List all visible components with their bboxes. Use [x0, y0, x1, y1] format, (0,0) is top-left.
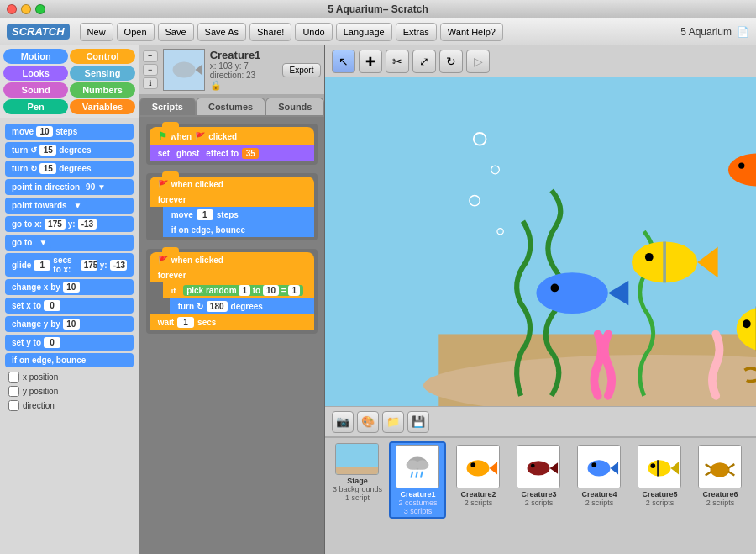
tab-sounds[interactable]: Sounds: [265, 98, 324, 115]
cat-looks[interactable]: Looks: [3, 66, 68, 81]
cat-motion[interactable]: Motion: [3, 49, 68, 64]
new-button[interactable]: New: [80, 23, 113, 41]
block-set-x[interactable]: set x to 0: [5, 298, 134, 314]
svg-point-13: [739, 162, 745, 168]
script-3: 🚩 when clicked forever if pick random 1 …: [146, 249, 318, 334]
add-tool[interactable]: ✚: [359, 50, 382, 73]
block-set-y[interactable]: set y to 0: [5, 335, 134, 351]
window-controls[interactable]: [7, 4, 45, 14]
language-button[interactable]: Language: [336, 23, 392, 41]
left-panel: Motion Control Looks Sensing Sound Numbe…: [0, 45, 139, 554]
help-button[interactable]: Want Help?: [440, 23, 503, 41]
middle-panel: + − ℹ Creature1 x: 103 y: 7 direction: 2…: [139, 45, 326, 554]
screenshot-tool[interactable]: 📷: [332, 411, 354, 433]
share-button[interactable]: Share!: [249, 23, 291, 41]
block-x-position[interactable]: x position: [5, 370, 134, 384]
block-goto-xy[interactable]: go to x: 175 y: -13: [5, 216, 134, 232]
svg-point-49: [588, 460, 611, 476]
cat-pen[interactable]: Pen: [3, 99, 68, 114]
forever-block-1[interactable]: forever: [150, 193, 315, 207]
tab-scripts[interactable]: Scripts: [139, 98, 196, 115]
sprite-creature6[interactable]: Creature6 2 scripts: [691, 441, 748, 510]
sprite-creature4[interactable]: Creature4 2 scripts: [570, 441, 627, 510]
block-change-x[interactable]: change x by 10: [5, 279, 134, 295]
cat-variables[interactable]: Variables: [70, 99, 134, 114]
creature2-label: Creature2: [460, 490, 496, 499]
cat-sound[interactable]: Sound: [3, 82, 68, 98]
right-panel: ↖ ✚ ✂ ⤢ ↻ ▷ ▶ ⬛: [325, 45, 756, 554]
move-block[interactable]: move 1 steps: [163, 207, 315, 223]
cursor-tool[interactable]: ↖: [332, 50, 355, 73]
stage-bottom-bar: 📷 🎨 📁 💾 mouse x: -31 mouse y: 222: [325, 406, 756, 436]
stage-area[interactable]: [325, 77, 756, 406]
sprite-info-btn[interactable]: ℹ: [143, 77, 158, 89]
svg-point-43: [471, 462, 476, 467]
export-button[interactable]: Export: [282, 63, 322, 77]
scripts-area[interactable]: ⚑ when 🚩 clicked set ghost effect to 35 …: [139, 117, 325, 554]
save-as-button[interactable]: Save As: [197, 23, 246, 41]
block-direction[interactable]: direction: [5, 398, 134, 413]
svg-marker-1: [195, 64, 202, 75]
tab-costumes[interactable]: Costumes: [196, 98, 265, 115]
cat-numbers[interactable]: Numbers: [70, 82, 134, 98]
block-glide[interactable]: glide 1 secs to x: 175 y: -13: [5, 253, 134, 277]
set-ghost-block[interactable]: set ghost effect to 35: [150, 145, 315, 161]
close-button[interactable]: [7, 4, 17, 14]
block-move[interactable]: move 10 steps: [5, 124, 134, 140]
minimize-button[interactable]: [21, 4, 31, 14]
stamp-tool[interactable]: ▷: [466, 50, 490, 73]
sprite-creature2[interactable]: Creature2 2 scripts: [449, 441, 507, 510]
maximize-button[interactable]: [35, 4, 45, 14]
hat-block-2[interactable]: 🚩 when clicked: [150, 177, 315, 193]
sprite-creature3[interactable]: Creature3 2 scripts: [510, 441, 567, 510]
block-point-direction[interactable]: point in direction 90 ▼: [5, 179, 134, 195]
turn-block[interactable]: turn ↻ 180 degrees: [170, 298, 315, 314]
rotate-tool[interactable]: ↻: [439, 50, 463, 73]
forever-block-2[interactable]: forever: [150, 268, 315, 282]
block-y-position[interactable]: y position: [5, 384, 134, 398]
green-flag-3-icon: 🚩: [158, 256, 168, 265]
creature3-label: Creature3: [521, 490, 556, 499]
svg-point-16: [645, 253, 654, 261]
creature5-label: Creature5: [642, 490, 677, 499]
block-point-towards[interactable]: point towards ▼: [5, 198, 134, 214]
svg-point-58: [711, 462, 730, 477]
cat-control[interactable]: Control: [70, 49, 134, 64]
folder-tool[interactable]: 📁: [382, 411, 404, 433]
sprite-creature7[interactable]: Creature7 2 scripts: [752, 441, 756, 510]
page-icon: 📄: [737, 26, 749, 38]
block-change-y[interactable]: change y by 10: [5, 316, 134, 332]
sprite-coords: x: 103 y: 7 direction: 23: [210, 61, 277, 80]
save-button[interactable]: Save: [158, 23, 194, 41]
project-name-area: 5 Aquarium 📄: [680, 26, 749, 38]
cat-sensing[interactable]: Sensing: [70, 66, 134, 81]
sprite-shrink-btn[interactable]: −: [143, 64, 158, 76]
creature6-sublabel: 2 scripts: [706, 499, 735, 507]
hat-block-1[interactable]: ⚑ when 🚩 clicked: [150, 127, 315, 145]
block-turn-left[interactable]: turn ↺ 15 degrees: [5, 142, 134, 158]
block-turn-right[interactable]: turn ↻ 15 degrees: [5, 161, 134, 177]
bounce-block[interactable]: if on edge, bounce: [163, 223, 315, 237]
block-goto[interactable]: go to ▼: [5, 235, 134, 251]
svg-point-45: [528, 461, 550, 475]
creature6-thumb: [698, 445, 742, 488]
creature1-sublabel: 2 costumes3 scripts: [398, 499, 437, 515]
undo-button[interactable]: Undo: [295, 23, 332, 41]
stage-cell[interactable]: Stage 3 backgrounds1 script: [328, 441, 386, 504]
extras-button[interactable]: Extras: [396, 23, 437, 41]
crosshair-tool[interactable]: ✂: [386, 50, 409, 73]
block-edge-bounce[interactable]: if on edge, bounce: [5, 353, 134, 367]
hat-block-3[interactable]: 🚩 when clicked: [150, 252, 315, 268]
expand-tool[interactable]: ⤢: [412, 50, 436, 73]
creature5-thumb: [638, 445, 681, 488]
sprite-info: Creature1 x: 103 y: 7 direction: 23 🔒: [210, 49, 277, 91]
if-block[interactable]: if pick random 1 to 10 = 1: [163, 282, 315, 298]
open-button[interactable]: Open: [117, 23, 155, 41]
save-tool[interactable]: 💾: [407, 411, 429, 433]
stage-label: Stage: [347, 477, 368, 485]
wait-block[interactable]: wait 1 secs: [150, 314, 315, 330]
sprite-creature5[interactable]: Creature5 2 scripts: [631, 441, 688, 510]
sprite-grow-btn[interactable]: +: [143, 50, 158, 62]
paint-tool[interactable]: 🎨: [357, 411, 379, 433]
sprite-creature1[interactable]: Creature1 2 costumes3 scripts: [389, 441, 446, 519]
